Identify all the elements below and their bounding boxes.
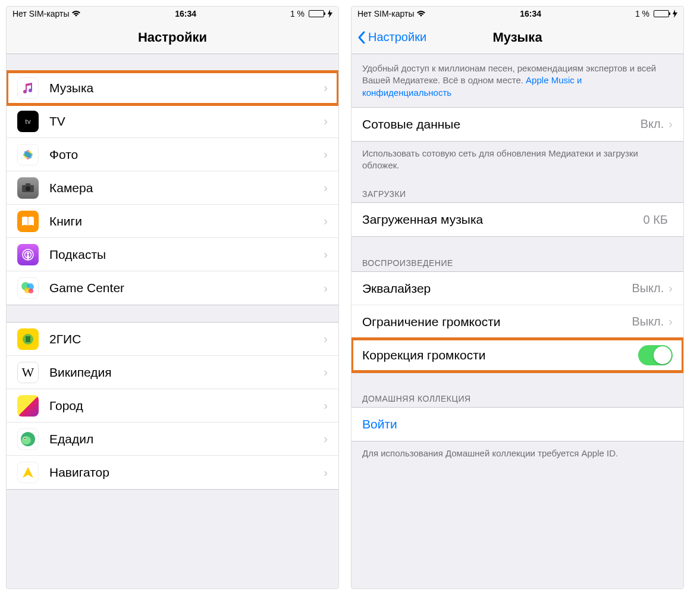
- row-edadil[interactable]: Едадил ›: [7, 422, 338, 456]
- status-time: 16:34: [175, 9, 196, 18]
- playback-header: ВОСПРОИЗВЕДЕНИЕ: [351, 249, 683, 271]
- signin-link[interactable]: Войти: [362, 417, 397, 431]
- row-label: Коррекция громкости: [362, 348, 638, 362]
- chevron-icon: ›: [324, 81, 328, 95]
- home-sharing-header: ДОМАШНЯЯ КОЛЛЕКЦИЯ: [351, 384, 683, 407]
- chevron-icon: ›: [324, 214, 328, 228]
- row-equalizer[interactable]: Эквалайзер Выкл. ›: [351, 272, 683, 305]
- chevron-icon: ›: [324, 248, 328, 261]
- row-label: Википедия: [49, 365, 324, 380]
- chevron-icon: ›: [324, 281, 328, 295]
- row-wikipedia[interactable]: W Википедия ›: [7, 356, 338, 389]
- phone-music-settings: Нет SIM-карты 16:34 1 % Настройки Музыка…: [351, 6, 684, 589]
- music-icon: [17, 77, 39, 99]
- chevron-icon: ›: [324, 399, 328, 412]
- gorod-icon: [17, 395, 39, 417]
- chevron-icon: ›: [324, 432, 328, 446]
- row-music[interactable]: Музыка ›: [7, 71, 338, 105]
- row-label: Камера: [49, 181, 324, 195]
- row-label: Город: [49, 399, 324, 413]
- wifi-icon: [71, 10, 81, 17]
- podcasts-icon: [17, 244, 39, 265]
- carrier-text: Нет SIM-карты: [12, 9, 69, 18]
- row-label: TV: [49, 114, 324, 129]
- status-bar: Нет SIM-карты 16:34 1 %: [351, 7, 683, 21]
- downloads-header: ЗАГРУЗКИ: [351, 180, 683, 202]
- battery-pct: 1 %: [635, 9, 649, 18]
- gamecenter-icon: [17, 277, 39, 299]
- chevron-icon: ›: [324, 114, 328, 128]
- row-gorod[interactable]: Город ›: [7, 389, 338, 422]
- row-navigator[interactable]: Навигатор ›: [7, 456, 338, 489]
- chevron-icon: ›: [324, 365, 328, 379]
- svg-rect-7: [26, 183, 30, 186]
- chevron-icon: ›: [668, 117, 673, 131]
- status-bar: Нет SIM-карты 16:34 1 %: [7, 7, 338, 21]
- svg-point-11: [27, 252, 29, 255]
- 2gis-icon: [17, 328, 39, 350]
- nav-bar: Настройки Музыка: [351, 21, 683, 54]
- row-downloaded-music[interactable]: Загруженная музыка 0 КБ: [351, 203, 683, 236]
- navigator-icon: [17, 462, 39, 483]
- row-label: Едадил: [49, 432, 324, 446]
- svg-rect-17: [26, 336, 30, 342]
- edadil-icon: [17, 428, 39, 450]
- back-button[interactable]: Настройки: [357, 30, 426, 44]
- chevron-icon: ›: [668, 281, 673, 295]
- wifi-icon: [416, 10, 426, 17]
- wikipedia-icon: W: [17, 362, 39, 383]
- row-value: Выкл.: [632, 315, 664, 328]
- row-gamecenter[interactable]: Game Center ›: [7, 271, 338, 305]
- row-camera[interactable]: Камера ›: [7, 171, 338, 205]
- row-books[interactable]: Книги ›: [7, 205, 338, 238]
- row-label: Подкасты: [49, 248, 324, 262]
- home-sharing-footer: Для использования Домашней коллекции тре…: [351, 442, 683, 468]
- status-time: 16:34: [520, 9, 541, 18]
- row-sound-check[interactable]: Коррекция громкости: [351, 339, 683, 372]
- charging-icon: [673, 10, 677, 18]
- row-volume-limit[interactable]: Ограничение громкости Выкл. ›: [351, 305, 683, 339]
- row-label: Навигатор: [49, 465, 324, 480]
- chevron-icon: ›: [324, 332, 328, 346]
- row-label: Фото: [49, 148, 324, 162]
- tv-icon: tv: [17, 111, 39, 132]
- books-icon: [17, 211, 39, 232]
- row-value: Выкл.: [632, 281, 664, 295]
- battery-icon: [307, 10, 324, 17]
- row-label: Музыка: [49, 81, 324, 95]
- row-label: Game Center: [49, 281, 324, 295]
- music-settings-list[interactable]: Удобный доступ к миллионам песен, рекоме…: [351, 54, 683, 589]
- row-label: Загруженная музыка: [362, 212, 644, 227]
- page-title: Музыка: [492, 30, 542, 45]
- row-podcasts[interactable]: Подкасты ›: [7, 238, 338, 271]
- row-label: Ограничение громкости: [362, 315, 632, 329]
- camera-icon: [17, 177, 39, 199]
- row-label: Эквалайзер: [362, 281, 632, 296]
- chevron-icon: ›: [324, 181, 328, 195]
- back-label: Настройки: [368, 30, 426, 44]
- nav-bar: Настройки: [7, 21, 338, 54]
- chevron-icon: ›: [324, 148, 328, 161]
- row-value: Вкл.: [641, 117, 664, 131]
- intro-text: Удобный доступ к миллионам песен, рекоме…: [351, 54, 683, 107]
- carrier-text: Нет SIM-карты: [357, 9, 414, 18]
- svg-point-6: [26, 186, 30, 191]
- row-photos[interactable]: Фото ›: [7, 138, 338, 171]
- svg-point-19: [21, 436, 31, 445]
- page-title: Настройки: [138, 30, 207, 45]
- photos-icon: [17, 144, 39, 165]
- settings-list[interactable]: Музыка › tv TV › Фото › Камера ›: [7, 54, 338, 589]
- row-cellular-data[interactable]: Сотовые данные Вкл. ›: [351, 108, 683, 141]
- row-label: Книги: [49, 214, 324, 228]
- row-signin[interactable]: Войти: [351, 408, 683, 441]
- sound-check-toggle[interactable]: [638, 345, 673, 365]
- battery-icon: [652, 10, 669, 17]
- row-tv[interactable]: tv TV ›: [7, 105, 338, 138]
- row-2gis[interactable]: 2ГИС ›: [7, 323, 338, 356]
- row-value: 0 КБ: [644, 213, 668, 227]
- chevron-icon: ›: [668, 315, 673, 328]
- charging-icon: [328, 10, 332, 18]
- cellular-footer: Использовать сотовую сеть для обновления…: [351, 142, 683, 180]
- svg-point-15: [29, 289, 33, 293]
- battery-pct: 1 %: [290, 9, 305, 18]
